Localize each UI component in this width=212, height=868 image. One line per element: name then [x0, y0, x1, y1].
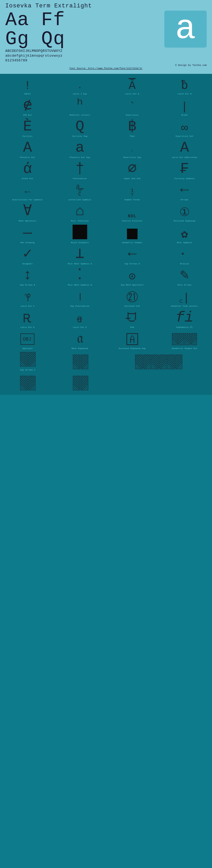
label-braille: Braille	[180, 262, 189, 265]
font-title: Iosevka Term Extralight	[5, 3, 207, 9]
glyph-braille: ⠂	[180, 250, 189, 261]
glyph-specials: OBJ	[20, 333, 35, 346]
glyph-greekext: ά	[23, 161, 32, 176]
label-latinexte: Latin Ext E	[73, 326, 87, 329]
glyph-superandsub: ∅	[128, 161, 137, 176]
label-cyrillicsup: Cyrillic Sup	[72, 135, 87, 137]
label-suparrowsc: Sup Arrows C	[20, 369, 35, 371]
cell-miscarrows: ✎ Misc Arrows	[158, 266, 211, 287]
glyph-latinexte: ꬰ	[77, 313, 83, 325]
glyph-thai: ฿	[128, 119, 137, 134]
glyph-last3	[135, 354, 182, 370]
label-suparrowsb: Sup Arrows B	[20, 284, 35, 286]
cell-supmathops: ⊙ Sup Math Operators	[106, 266, 158, 287]
grid-row-7: ∀ Math Operators ⌂ Misc Technical NUL Co…	[1, 202, 211, 223]
label-enclosedalpha: Enclosed Alphanum	[174, 220, 195, 222]
cell-blockelements: Block Elements	[54, 223, 106, 245]
grid-row-4: A Phonetic Ext a Phonetic Ext Sup ʿ Diac…	[1, 139, 211, 160]
label-blockelements: Block Elements	[71, 241, 89, 244]
glyph-modtone: ꜀|	[179, 292, 190, 304]
grid-row-15	[1, 372, 211, 394]
big-letters-row2: Gg Qq	[5, 30, 164, 49]
label-pua: PUA	[130, 326, 134, 329]
label-arrows: Arrows	[181, 198, 188, 201]
cell-latinexta: Ā Latin Ext A	[106, 75, 158, 96]
grid-row-8: — Box Drawing Block Elements Geometric S…	[1, 223, 211, 245]
cell-alphabeticpl: fi Alphabetic PL	[158, 308, 211, 330]
cell-latin1sup: · Latin 1 Sup	[54, 75, 106, 96]
cell-geoshapes: Geometric Shapes	[106, 223, 158, 245]
glyph-diacrsup: ʿ	[131, 150, 134, 155]
glyph-latinexta: Ā	[129, 80, 136, 92]
label-greek: Greek	[181, 114, 188, 117]
glyph-enclosedalpha2: 🄰	[126, 335, 138, 346]
glyph-phoneticext: A	[23, 140, 32, 155]
cell-final3	[107, 372, 211, 394]
glyph-geoshapes	[127, 229, 137, 240]
uppercase-alphabet: ABCDEFGHIJKLMNOPQRSTUVWXYZ	[5, 49, 207, 54]
glyph-supmathops: ⊙	[129, 271, 136, 283]
grid-row-1: ! ASCII · Latin 1 Sup Ā Latin Ext A ƀ La…	[1, 75, 211, 96]
glyph-enclosedcjk: ㉑	[126, 292, 138, 304]
copyright-text: © Design by fontke.com	[5, 64, 207, 67]
glyph-latinextb: ƀ	[181, 80, 188, 92]
glyph-miscmathb: ⁚	[77, 268, 82, 283]
cell-specials: OBJ Specials	[1, 330, 54, 351]
cell-greek: | Greek	[158, 96, 211, 118]
cell-suparrowsb: ↕ Sup Arrows B	[1, 266, 54, 287]
cell-modletters: ʰ Modifier Letters	[54, 96, 106, 118]
digits-row: 0123456789	[5, 58, 207, 63]
glyph-geoshapesext	[172, 333, 197, 346]
label-cyrillic: Cyrillic	[23, 135, 33, 137]
cell-latinextb: ƀ Latin Ext B	[158, 75, 211, 96]
cell-letterlike: a̲ c̄ Letterlike Symbols	[54, 181, 106, 202]
font-demo: Aa Ff Gg Qq a	[5, 10, 207, 49]
glyph-punctuation: †	[75, 161, 84, 176]
label-suppunct: Sup Punctuation	[70, 305, 89, 308]
glyph-cyrillicsup: Q	[75, 119, 84, 134]
cell-miscmathb: ⁚ Misc Math Symbols B	[54, 266, 106, 287]
label-latinextd: Latin Ext D	[20, 326, 34, 329]
header-section: Iosevka Term Extralight Aa Ff Gg Qq a AB…	[0, 0, 212, 74]
cell-phoneticext: A Phonetic Ext	[1, 139, 54, 160]
label-thai: Thai	[130, 135, 135, 137]
grid-row-10: ↕ Sup Arrows B ⁚ Misc Math Symbols B ⊙ S…	[1, 266, 211, 287]
label-latinextadd: Latin Ext Additional	[172, 156, 197, 159]
cell-diacrsymbols: ← Diacriticals For Symbols	[1, 181, 54, 202]
cell-suparrowsa: ← Sup Arrows A	[106, 245, 158, 266]
label-misctech: Misc Technical	[71, 220, 89, 222]
glyph-suparrowsb: ↕	[23, 268, 32, 283]
label-ipaext: IPA Ext	[23, 114, 32, 117]
label-letterlike: Letterlike Symbols	[69, 198, 91, 201]
label-mathalpha: Math Alphanum	[72, 347, 88, 350]
label-greekext: Greek Ext	[22, 177, 33, 180]
label-diacritics: Diacritics	[126, 114, 139, 117]
cell-last2	[54, 351, 107, 372]
label-latin1sup: Latin 1 Sup	[73, 93, 87, 95]
cell-last3	[107, 351, 211, 372]
glyph-latinextd: Ꭱ	[23, 313, 32, 325]
glyph-greek: |	[181, 101, 188, 113]
grid-row-2: ɇ IPA Ext ʰ Modifier Letters ` Diacritic…	[1, 96, 211, 118]
glyph-latin1sup: ·	[77, 84, 82, 92]
cell-dingbats: ✓ Dingbats	[1, 245, 54, 266]
cell-cyrillicsup: Q Cyrillic Sup	[54, 118, 106, 139]
big-letters-row1: Aa Ff	[5, 10, 164, 30]
cell-suppunct: ꡶ Sup Punctuation	[54, 287, 106, 308]
cell-greekext: ά Greek Ext	[1, 160, 54, 181]
glyph-grid: ! ASCII · Latin 1 Sup Ā Latin Ext A ƀ La…	[0, 74, 212, 395]
cell-modtone: ꜀| Modifier Tone Letters	[158, 287, 211, 308]
cell-latinextadd: A Latin Ext Additional	[158, 139, 211, 160]
glyph-arrows: ←	[180, 183, 189, 197]
cell-cyrillic: È Cyrillic	[1, 118, 54, 139]
label-enclosedcjk: Enclosed CJK	[125, 305, 140, 308]
cell-pua: ꀀ PUA	[106, 308, 158, 330]
grid-row-11: Ꝕ Latin Ext C ꡶ Sup Punctuation ㉑ Enclos…	[1, 287, 211, 308]
grid-row-14: Sup Arrows C	[1, 351, 211, 372]
glyph-ascii: !	[24, 80, 31, 92]
cell-controlpics: NUL Control Pictures	[106, 202, 158, 223]
label-latinextb: Latin Ext B	[178, 93, 192, 95]
glyph-misctech: ⌂	[75, 204, 84, 219]
grid-row-12: Ꭱ Latin Ext D ꬰ Latin Ext E ꀀ PUA fi Alp…	[1, 308, 211, 330]
label-phoneticext: Phonetic Ext	[20, 156, 35, 159]
